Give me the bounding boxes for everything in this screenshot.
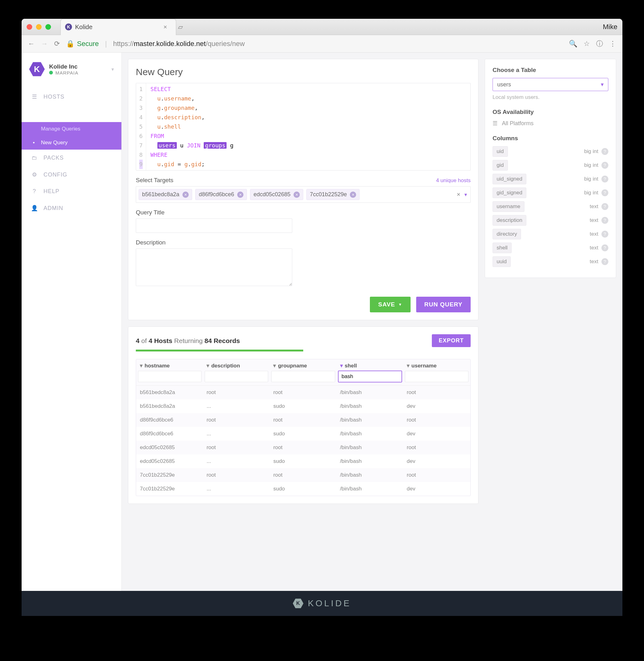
save-button[interactable]: SAVE▼ [370,297,410,312]
description-input[interactable] [136,249,292,286]
help-icon[interactable]: ? [601,245,608,251]
column-name: gid [492,160,508,170]
column-header[interactable]: ▾description [205,362,268,371]
titlebar: K Kolide × ▱ Mike [22,19,622,35]
column-filter-input[interactable] [405,371,468,382]
column-header[interactable]: ▾groupname [271,362,335,371]
column-name: shell [492,243,512,253]
sidebar-item-label: HOSTS [44,94,65,100]
target-chip[interactable]: 7cc01b22529e× [306,189,360,200]
tab-title: Kolide [75,23,93,31]
star-icon[interactable]: ☆ [583,40,590,48]
help-icon[interactable]: ? [601,148,608,155]
chevron-down-icon: ▾ [601,81,604,88]
table-row[interactable]: b561bedc8a2arootroot/bin/bashroot [136,386,470,400]
menu-icon[interactable]: ⋮ [609,40,616,48]
sidebar-item-new-query[interactable]: New Query [22,136,121,150]
browser-window: K Kolide × ▱ Mike ← → ⟳ 🔒 Secure | https… [22,19,622,616]
choose-table-label: Choose a Table [492,67,608,73]
table-row[interactable]: edcd05c02685...sudo/bin/bashdev [136,454,470,468]
schema-column: shelltext? [492,243,608,253]
column-header[interactable]: ▾username [405,362,468,371]
progress-bar [136,349,303,351]
sidebar-item-config[interactable]: ⚙ CONFIG [22,166,121,183]
filter-icon: ▾ [340,362,343,369]
close-window-icon[interactable] [27,24,32,30]
help-icon[interactable]: ? [601,203,608,210]
close-tab-icon[interactable]: × [163,23,167,31]
column-filter-input[interactable] [271,371,335,382]
target-chip[interactable]: edcd05c02685× [250,189,303,200]
help-icon[interactable]: ? [601,162,608,169]
remove-chip-icon[interactable]: × [182,191,189,198]
target-chip[interactable]: b561bedc8a2a× [139,189,192,200]
os-availability-label: OS Availability [492,109,608,115]
profile-name[interactable]: Mike [603,23,617,31]
sidebar-item-label: HELP [44,188,60,195]
column-name: uuid [492,256,511,267]
url[interactable]: https://master.kolide.kolide.net/queries… [113,40,562,48]
remove-chip-icon[interactable]: × [350,191,356,198]
sidebar-item-packs[interactable]: 🗀 PACKS [22,150,121,166]
help-icon[interactable]: ? [601,231,608,237]
info-icon[interactable]: ⓘ [596,39,603,48]
search-icon[interactable]: 🔍 [569,40,577,48]
filter-icon: ▾ [140,362,143,369]
column-name: directory [492,229,521,240]
secure-badge[interactable]: 🔒 Secure [66,40,99,48]
sidebar-item-hosts[interactable]: ☰ HOSTS [22,88,121,105]
table-row[interactable]: b561bedc8a2a...sudo/bin/bashdev [136,400,470,413]
run-query-button[interactable]: RUN QUERY [416,297,470,312]
results-summary: 4 of 4 Hosts Returning 84 Records [136,337,240,345]
sidebar-item-manage-queries[interactable]: Manage Queries [22,122,121,136]
sidebar-item-help[interactable]: ? HELP [22,183,121,200]
os-availability: ☰ All Platforms [492,120,608,127]
maximize-window-icon[interactable] [45,24,51,30]
column-filter-input[interactable] [338,371,402,382]
chevron-down-icon: ▾ [111,66,114,72]
schema-column: uid_signedbig int? [492,174,608,184]
table-description: Local system users. [492,94,608,100]
column-filter-input[interactable] [138,371,202,382]
help-icon[interactable]: ? [601,176,608,182]
remove-chip-icon[interactable]: × [294,191,300,198]
org-switcher[interactable]: K Kolide Inc MARPAIA ▾ [22,56,121,82]
browser-tab[interactable]: K Kolide × [61,19,176,35]
sidebar-item-query[interactable]: ☰ QUERY [22,105,121,122]
query-title-input[interactable] [136,219,292,233]
back-icon[interactable]: ← [28,40,35,48]
sql-editor[interactable]: 123456789 SELECT u.username, g.groupname… [136,83,470,170]
results-panel: 4 of 4 Hosts Returning 84 Records EXPORT… [128,326,479,504]
packs-icon: 🗀 [31,155,38,161]
help-icon[interactable]: ? [601,189,608,196]
sidebar-item-admin[interactable]: 👤 ADMIN [22,200,121,216]
table-select-value: users [497,82,511,88]
table-row[interactable]: 7cc01b22529erootroot/bin/bashroot [136,468,470,482]
table-select[interactable]: users ▾ [492,78,608,91]
status-dot-icon [49,71,53,74]
targets-input[interactable]: b561bedc8a2a×d86f9cd6bce6×edcd05c02685×7… [136,186,470,203]
column-name: gid_signed [492,187,526,198]
column-header[interactable]: ▾hostname [138,362,202,371]
targets-dropdown-icon[interactable]: ▼ [463,192,468,197]
column-filter-input[interactable] [205,371,268,382]
target-chip[interactable]: d86f9cd6bce6× [195,189,247,200]
table-row[interactable]: edcd05c02685rootroot/bin/bashroot [136,441,470,454]
export-button[interactable]: EXPORT [432,334,470,347]
sidebar: K Kolide Inc MARPAIA ▾ ☰ HOSTS ☰ QUERY M… [22,52,122,591]
clear-targets-icon[interactable]: × [457,191,460,198]
remove-chip-icon[interactable]: × [237,191,244,198]
new-tab-icon[interactable]: ▱ [178,23,183,31]
minimize-window-icon[interactable] [36,24,42,30]
sidebar-item-label: PACKS [44,155,64,161]
column-header[interactable]: ▾shell [338,362,402,371]
help-icon[interactable]: ? [601,217,608,224]
table-row[interactable]: 7cc01b22529e...sudo/bin/bashdev [136,482,470,496]
reload-icon[interactable]: ⟳ [54,40,60,48]
chevron-down-icon: ▼ [398,302,402,307]
description-label: Description [136,239,470,246]
table-row[interactable]: d86f9cd6bce6rootroot/bin/bashroot [136,413,470,427]
org-logo-icon: K [29,61,45,77]
table-row[interactable]: d86f9cd6bce6...sudo/bin/bashdev [136,427,470,441]
help-icon[interactable]: ? [601,258,608,265]
